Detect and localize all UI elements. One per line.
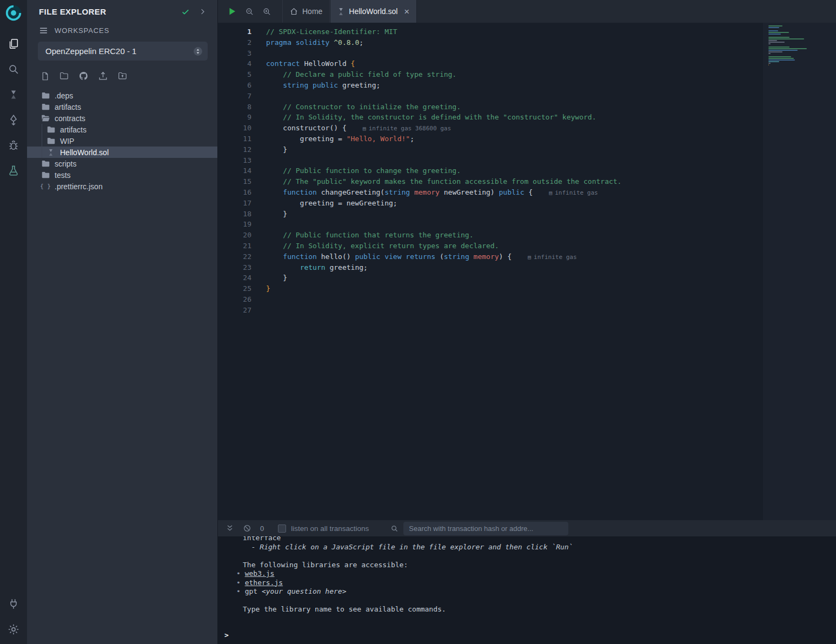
- code-line[interactable]: }: [266, 209, 763, 220]
- tree-item-wip[interactable]: WIP: [27, 135, 217, 147]
- code-line[interactable]: // SPDX-License-Identifier: MIT: [266, 26, 763, 37]
- debugger-icon[interactable]: [0, 132, 27, 158]
- hamburger-menu-icon[interactable]: [39, 26, 48, 35]
- tree-item-scripts[interactable]: scripts: [27, 158, 217, 169]
- new-folder-icon[interactable]: [59, 71, 69, 81]
- deploy-run-icon[interactable]: [0, 107, 27, 132]
- tree-item-artifacts[interactable]: artifacts: [27, 101, 217, 112]
- line-number[interactable]: 12: [218, 144, 251, 155]
- line-number[interactable]: 7: [218, 91, 251, 102]
- code-line[interactable]: greeting = "Hello, World!";: [266, 134, 763, 144]
- terminal-prompt[interactable]: >: [224, 631, 229, 640]
- close-icon[interactable]: ×: [404, 7, 409, 16]
- line-number[interactable]: 22: [218, 251, 251, 262]
- line-number[interactable]: 14: [218, 165, 251, 176]
- line-number[interactable]: 1: [218, 26, 251, 37]
- line-number[interactable]: 11: [218, 134, 251, 144]
- code-line[interactable]: }: [266, 273, 763, 283]
- import-folder-icon[interactable]: [117, 71, 128, 81]
- tree-item--deps[interactable]: .deps: [27, 90, 217, 101]
- code-line[interactable]: }: [266, 144, 763, 155]
- terminal-link[interactable]: web3.js: [236, 569, 836, 579]
- settings-icon[interactable]: [0, 616, 27, 642]
- terminal-link[interactable]: ethers.js: [236, 579, 836, 588]
- code-line[interactable]: // Public function that returns the gree…: [266, 230, 763, 241]
- code-line[interactable]: }: [266, 283, 763, 294]
- code-area[interactable]: // SPDX-License-Identifier: MITpragma so…: [251, 23, 763, 520]
- line-number[interactable]: 19: [218, 219, 251, 230]
- zoom-out-icon[interactable]: [245, 7, 254, 16]
- code-line[interactable]: greeting = newGreeting;: [266, 198, 763, 209]
- code-line[interactable]: [266, 305, 763, 316]
- line-number[interactable]: 20: [218, 230, 251, 241]
- line-number[interactable]: 26: [218, 294, 251, 305]
- tree-item-artifacts[interactable]: artifacts: [27, 124, 217, 135]
- code-line[interactable]: // Declare a public field of type string…: [266, 69, 763, 80]
- line-number[interactable]: 3: [218, 48, 251, 59]
- line-number[interactable]: 8: [218, 102, 251, 112]
- line-number[interactable]: 5: [218, 69, 251, 80]
- line-number[interactable]: 17: [218, 198, 251, 209]
- collapse-terminal-icon[interactable]: [225, 524, 234, 533]
- line-number[interactable]: 13: [218, 155, 251, 166]
- code-line[interactable]: // The "public" keyword makes the functi…: [266, 176, 763, 187]
- code-line[interactable]: // Public function to change the greetin…: [266, 165, 763, 176]
- line-number[interactable]: 18: [218, 209, 251, 220]
- code-line[interactable]: // In Solidity, the constructor is defin…: [266, 112, 763, 123]
- remix-logo[interactable]: [4, 4, 23, 24]
- github-icon[interactable]: [78, 71, 89, 81]
- line-number[interactable]: 16: [218, 187, 251, 198]
- line-number[interactable]: 24: [218, 273, 251, 283]
- zoom-in-icon[interactable]: [262, 7, 271, 16]
- minimap[interactable]: [768, 25, 836, 69]
- code-line[interactable]: function hello() public view returns (st…: [266, 251, 763, 262]
- clear-console-icon[interactable]: [243, 524, 251, 533]
- tree-item-contracts[interactable]: contracts: [27, 112, 217, 124]
- code-line[interactable]: constructor() {▤infinite gas 368600 gas: [266, 123, 763, 134]
- line-number-gutter[interactable]: 1234567891011121314151617181920212223242…: [218, 23, 251, 520]
- code-line[interactable]: [266, 48, 763, 59]
- tree-item-tests[interactable]: tests: [27, 169, 217, 181]
- tree-item--prettierrc-json[interactable]: { }.prettierrc.json: [27, 181, 217, 192]
- upload-icon[interactable]: [98, 71, 108, 81]
- line-number[interactable]: 23: [218, 262, 251, 273]
- line-number[interactable]: 6: [218, 80, 251, 91]
- code-line[interactable]: pragma solidity ^0.8.0;: [266, 37, 763, 48]
- listen-transactions-checkbox[interactable]: [278, 525, 286, 533]
- line-number[interactable]: 15: [218, 176, 251, 187]
- search-icon[interactable]: [0, 56, 27, 82]
- plugin-manager-icon[interactable]: [0, 591, 27, 616]
- code-line[interactable]: [266, 294, 763, 305]
- line-number[interactable]: 9: [218, 112, 251, 123]
- line-number[interactable]: 10: [218, 123, 251, 134]
- panel-title: FILE EXPLORER: [39, 7, 181, 16]
- file-explorer-icon[interactable]: [0, 31, 27, 56]
- tab-home[interactable]: Home: [282, 0, 330, 23]
- workspace-select[interactable]: OpenZeppelin ERC20 - 1: [38, 42, 208, 61]
- line-number[interactable]: 25: [218, 283, 251, 294]
- code-line[interactable]: function changeGreeting(string memory ne…: [266, 187, 763, 198]
- code-line[interactable]: [266, 219, 763, 230]
- code-line[interactable]: contract HelloWorld {: [266, 58, 763, 69]
- solidity-compiler-icon[interactable]: [0, 82, 27, 107]
- terminal-search-input[interactable]: [403, 522, 568, 535]
- code-line[interactable]: string public greeting;: [266, 80, 763, 91]
- play-icon[interactable]: [227, 6, 237, 16]
- workspace-switch-icon[interactable]: [193, 46, 203, 57]
- code-editor[interactable]: 1234567891011121314151617181920212223242…: [218, 23, 836, 520]
- tab-helloworld-sol[interactable]: HelloWorld.sol ×: [330, 0, 417, 23]
- tree-item-helloworld-sol[interactable]: HelloWorld.sol: [27, 147, 217, 158]
- line-number[interactable]: 4: [218, 58, 251, 69]
- terminal-output[interactable]: interface - Right click on a JavaScript …: [218, 536, 836, 644]
- line-number[interactable]: 2: [218, 37, 251, 48]
- code-line[interactable]: [266, 91, 763, 102]
- code-line[interactable]: [266, 155, 763, 166]
- unit-testing-icon[interactable]: [0, 158, 27, 183]
- new-file-icon[interactable]: [41, 71, 50, 81]
- line-number[interactable]: 21: [218, 241, 251, 251]
- code-line[interactable]: // Constructor to initialize the greetin…: [266, 102, 763, 112]
- chevron-right-icon[interactable]: [198, 8, 207, 16]
- line-number[interactable]: 27: [218, 305, 251, 316]
- code-line[interactable]: return greeting;: [266, 262, 763, 273]
- code-line[interactable]: // In Solidity, explicit return types ar…: [266, 241, 763, 251]
